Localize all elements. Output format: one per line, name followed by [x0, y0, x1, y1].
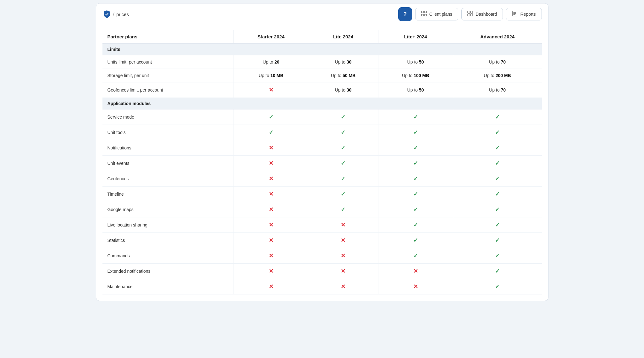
col-header-starter: Starter 2024: [234, 30, 308, 43]
feature-label: Notifications: [102, 140, 234, 156]
cell-value: Up to 50 MB: [308, 69, 378, 82]
help-button[interactable]: ?: [398, 7, 412, 21]
cross-icon: ✕: [269, 222, 273, 228]
cell-check: ✓: [453, 217, 542, 233]
header-left: / prices: [102, 10, 395, 19]
check-icon: ✓: [341, 160, 345, 166]
cell-check: ✓: [453, 279, 542, 294]
check-icon: ✓: [341, 114, 345, 120]
check-icon: ✓: [341, 206, 345, 213]
cell-cross: ✕: [234, 187, 308, 202]
check-icon: ✓: [495, 237, 500, 243]
table-row: Timeline ✕ ✓ ✓ ✓: [102, 187, 542, 202]
feature-label: Commands: [102, 248, 234, 264]
check-icon: ✓: [413, 160, 418, 166]
cell-value: Up to 70: [453, 82, 542, 98]
cell-check: ✓: [453, 140, 542, 156]
cell-check: ✓: [234, 125, 308, 140]
check-icon: ✓: [413, 253, 418, 259]
cell-check: ✓: [378, 156, 453, 171]
reports-label: Reports: [520, 12, 536, 17]
feature-label: Google maps: [102, 202, 234, 217]
cell-check: ✓: [308, 156, 378, 171]
cell-text: Up to 200 MB: [484, 73, 511, 78]
col-header-advanced: Advanced 2024: [453, 30, 542, 43]
cell-check: ✓: [378, 248, 453, 264]
cell-text: Up to 70: [489, 87, 506, 92]
cell-cross: ✕: [308, 233, 378, 248]
dashboard-button[interactable]: Dashboard: [461, 8, 503, 20]
table-header-row: Partner plans Starter 2024 Lite 2024 Lit…: [102, 30, 542, 43]
cross-icon: ✕: [269, 268, 273, 274]
table-row: Storage limit, per unit Up to 10 MB Up t…: [102, 69, 542, 82]
feature-label: Maintenance: [102, 279, 234, 294]
reports-button[interactable]: Reports: [506, 8, 542, 20]
check-icon: ✓: [341, 176, 345, 182]
svg-rect-0: [421, 11, 423, 13]
svg-rect-5: [471, 11, 473, 13]
app-container: / prices ? Client plans: [96, 3, 548, 301]
cross-icon: ✕: [341, 253, 345, 259]
cell-cross: ✕: [234, 202, 308, 217]
table-row: Statistics ✕ ✕ ✓ ✓: [102, 233, 542, 248]
cross-icon: ✕: [269, 145, 273, 151]
check-icon: ✓: [495, 191, 500, 197]
feature-label: Service mode: [102, 109, 234, 125]
cross-icon: ✕: [413, 283, 418, 290]
cross-icon: ✕: [341, 237, 345, 243]
feature-label: Live location sharing: [102, 217, 234, 233]
table-container: Partner plans Starter 2024 Lite 2024 Lit…: [96, 25, 548, 301]
check-icon: ✓: [495, 253, 500, 259]
table-row: Geofences limit, per account ✕ Up to 30 …: [102, 82, 542, 98]
table-row: Service mode ✓ ✓ ✓ ✓: [102, 109, 542, 125]
table-row: Units limit, per account Up to 20 Up to …: [102, 55, 542, 69]
cell-cross: ✕: [234, 279, 308, 294]
cell-check: ✓: [234, 109, 308, 125]
cell-check: ✓: [378, 217, 453, 233]
cell-check: ✓: [308, 202, 378, 217]
check-icon: ✓: [341, 129, 345, 136]
check-icon: ✓: [413, 176, 418, 182]
cell-check: ✓: [453, 264, 542, 279]
cross-icon: ✕: [341, 283, 345, 290]
feature-label: Unit events: [102, 156, 234, 171]
table-row: Notifications ✕ ✓ ✓ ✓: [102, 140, 542, 156]
cell-check: ✓: [453, 187, 542, 202]
check-icon: ✓: [495, 222, 500, 228]
cell-value: Up to 30: [308, 55, 378, 69]
section-row: Application modules: [102, 98, 542, 109]
cell-cross: ✕: [234, 264, 308, 279]
cell-text: Up to 50: [407, 59, 424, 64]
cross-icon: ✕: [269, 283, 273, 290]
cross-icon: ✕: [269, 176, 273, 182]
cross-icon: ✕: [269, 206, 273, 213]
cross-icon: ✕: [341, 268, 345, 274]
cell-cross: ✕: [234, 156, 308, 171]
check-icon: ✓: [413, 114, 418, 120]
check-icon: ✓: [495, 206, 500, 213]
cell-check: ✓: [378, 187, 453, 202]
cell-cross: ✕: [308, 264, 378, 279]
feature-label: Statistics: [102, 233, 234, 248]
cell-value: Up to 100 MB: [378, 69, 453, 82]
cell-text: Up to 30: [335, 87, 351, 92]
cell-cross: ✕: [308, 217, 378, 233]
cell-value: Up to 20: [234, 55, 308, 69]
client-plans-button[interactable]: Client plans: [415, 8, 458, 20]
shield-logo-icon: [102, 10, 111, 19]
header: / prices ? Client plans: [96, 3, 548, 25]
check-icon: ✓: [413, 145, 418, 151]
svg-rect-3: [425, 14, 427, 16]
check-icon: ✓: [495, 283, 500, 290]
table-row: Geofences ✕ ✓ ✓ ✓: [102, 171, 542, 187]
cell-value: Up to 50: [378, 55, 453, 69]
cell-value: Up to 200 MB: [453, 69, 542, 82]
table-row: Extended notifications ✕ ✕ ✕ ✓: [102, 264, 542, 279]
client-plans-label: Client plans: [429, 12, 452, 17]
cross-icon: ✕: [269, 191, 273, 197]
cell-check: ✓: [453, 156, 542, 171]
check-icon: ✓: [413, 206, 418, 213]
header-actions: ? Client plans: [398, 7, 542, 21]
table-row: Commands ✕ ✕ ✓ ✓: [102, 248, 542, 264]
feature-label: Geofences limit, per account: [102, 82, 234, 98]
